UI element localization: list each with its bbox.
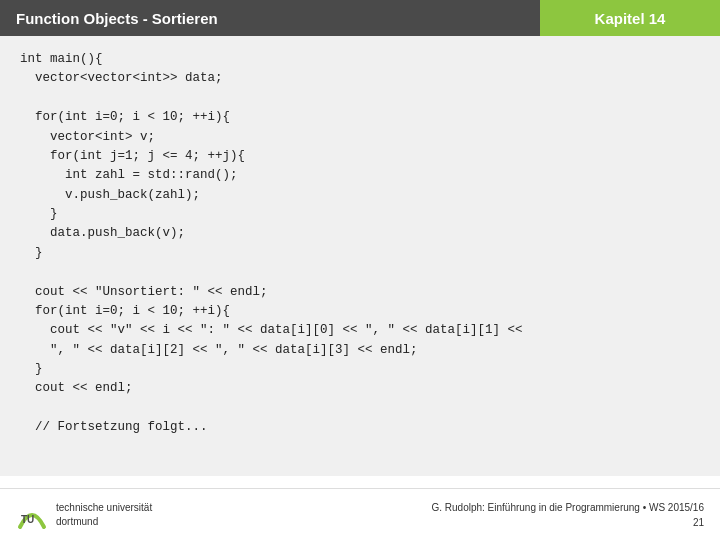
chapter-badge: Kapitel 14: [540, 0, 720, 36]
footer-credit: G. Rudolph: Einführung in die Programmie…: [431, 500, 704, 530]
footer: TU technische universität dortmund G. Ru…: [0, 488, 720, 540]
tu-logo-icon: TU: [16, 499, 48, 531]
header: Function Objects - Sortieren Kapitel 14: [0, 0, 720, 36]
slide-title: Function Objects - Sortieren: [0, 0, 540, 36]
content-area: int main(){ vector<vector<int>> data; fo…: [0, 36, 720, 476]
footer-logo: TU technische universität dortmund: [16, 499, 152, 531]
institution-name: technische universität dortmund: [56, 501, 152, 529]
code-block: int main(){ vector<vector<int>> data; fo…: [20, 50, 700, 438]
svg-text:TU: TU: [21, 514, 34, 525]
